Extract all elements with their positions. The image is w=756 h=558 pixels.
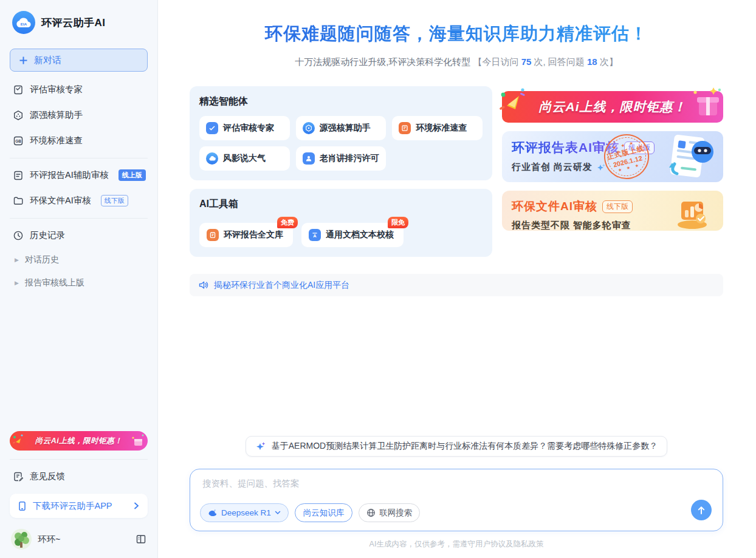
sidebar-item-standard-search[interactable]: GB 环境标准速查 [10,132,148,149]
send-button[interactable] [691,500,712,520]
sidebar: EIA 环评云助手AI 新对话 评估审核专家 源强 [0,0,158,558]
tool-text-check-button[interactable]: A 通用文档文本校核 限免 [301,223,404,247]
stamp-line1: 正式版上线 [606,144,645,162]
sparkle-icon [596,163,606,172]
tool-row: 环评报告全文库 免费 A 通用文档文本校核 限免 [199,223,483,247]
agent-label: 源强核算助手 [320,123,371,134]
sparkle-icon [255,441,266,452]
tool-label: 通用文档文本校核 [326,230,394,240]
agent-label: 评估审核专家 [223,123,274,134]
web-search-label: 联网搜索 [379,508,412,519]
hexagon-icon [303,122,315,134]
hexagon-icon [12,110,24,121]
history-section-title: 历史记录 [10,227,148,243]
chevron-down-icon [275,511,281,515]
avatar[interactable] [11,529,32,549]
clipboard-check-icon [206,122,218,134]
history-item-label: 对话历史 [25,254,59,265]
new-chat-button[interactable]: 新对话 [10,49,148,72]
sidebar-item-eval-expert[interactable]: 评估审核专家 [10,81,148,98]
divider [10,459,148,460]
agent-label: 老肖讲排污许可 [320,153,379,164]
banner-title: 环评报告表AI审核 [512,139,619,156]
folder-icon [12,196,24,206]
collapse-sidebar-icon[interactable] [136,534,146,545]
download-app-button[interactable]: 下载环评云助手APP [10,494,148,518]
composer: Deepseek R1 尚云知识库 联网搜索 [190,469,723,531]
agent-standard-search-button[interactable]: 环境标准速查 [392,116,483,140]
username: 环环~ [38,534,60,545]
svg-text:A: A [313,233,317,239]
history-title-label: 历史记录 [30,230,65,241]
file-review-banner[interactable]: 环保文件AI审核 线下版 报告类型不限 智能多轮审查 [502,191,723,231]
feedback-button[interactable]: 意见反馈 [10,468,148,485]
app-title: 环评云助手AI [41,16,106,30]
left-column: 精选智能体 评估审核专家 源强核算助手 [190,86,492,257]
disclaimer-text: AI生成内容，仅供参考，需遵守用户协议及隐私政策 [190,539,723,549]
sidebar-item-report-ai-review[interactable]: 环评报告AI辅助审核 线上版 [10,167,148,183]
sidebar-item-label: 环保文件AI审核 [30,195,91,206]
suggested-question-chip[interactable]: 基于AERMOD预测结果计算卫生防护距离时与行业标准法有何本质差异？需要考虑哪些… [246,436,667,457]
ai-toolbox-section: AI工具箱 环评报告全文库 免费 A 通用文档文本校核 限 [190,189,492,257]
person-icon [303,152,315,165]
history-item-report-review[interactable]: ▶ 报告审核线上版 [10,276,148,290]
promo-text: 尚云Ai上线，限时钜惠！ [35,436,123,446]
visit-count: 75 [521,56,532,67]
phone-icon [17,501,27,511]
promo-banner[interactable]: 尚云Ai上线，限时钜惠！ [502,91,723,123]
answer-count: 18 [587,56,597,67]
clipboard-icon [207,229,219,241]
cloud-icon [206,152,218,165]
svg-text:GB: GB [15,139,21,143]
agent-eval-expert-button[interactable]: 评估审核专家 [199,116,290,140]
knowledge-base-label: 尚云知识库 [303,508,345,519]
agent-permit-button[interactable]: 老肖讲排污许可 [296,146,387,171]
agent-atmosphere-button[interactable]: 风影说大气 [199,146,290,171]
sidebar-item-label: 评估审核专家 [30,84,83,95]
gb-standard-icon: GB [12,135,24,146]
text-check-icon: A [309,229,321,241]
divider [10,158,148,158]
agent-label: 风影说大气 [223,153,266,164]
announcement-bar[interactable]: 揭秘环保行业首个商业化AI应用平台 [190,274,723,296]
page-title: 环保难题随问随答，海量知识库助力精准评估！ [190,22,723,46]
bottom-stack: 基于AERMOD预测结果计算卫生防护距离时与行业标准法有何本质差异？需要考虑哪些… [190,436,723,549]
user-row: 环环~ [11,529,146,549]
feedback-label: 意见反馈 [30,471,65,482]
app-logo: EIA 环评云助手AI [10,11,148,34]
tool-label: 环评报告全文库 [224,230,283,240]
standards-book-icon [399,122,411,134]
knowledge-base-toggle[interactable]: 尚云知识库 [295,503,353,522]
section-title: 精选智能体 [199,95,483,108]
download-app-label: 下载环评云助手APP [33,500,112,512]
new-chat-label: 新对话 [34,55,61,66]
model-label: Deepseek R1 [221,508,271,517]
chat-input[interactable] [202,478,680,503]
section-title: AI工具箱 [199,198,483,211]
gift-icon [688,84,726,126]
banner-subtitle: 行业首创 尚云研发 [512,162,593,173]
confetti-icon [12,434,26,450]
report-form-review-banner[interactable]: 环评报告表AI审核 线上版 行业首创 尚云研发 ★ ★ ★ 正式版上线 2026… [502,131,723,182]
triangle-right-icon: ▶ [15,281,19,286]
triangle-right-icon: ▶ [15,257,19,263]
model-selector[interactable]: Deepseek R1 [200,503,289,522]
agent-grid: 评估审核专家 源强核算助手 环境标准速查 [199,116,483,171]
divider [10,218,148,219]
sidebar-nav: 评估审核专家 源强核算助手 GB 环境标准速查 [10,81,148,158]
svg-text:EIA: EIA [21,22,27,26]
suggested-question-text: 基于AERMOD预测结果计算卫生防护距离时与行业标准法有何本质差异？需要考虑哪些… [272,441,658,452]
tool-report-library-button[interactable]: 环评报告全文库 免费 [199,223,293,247]
main-content: 环保难题随问随答，海量知识库助力精准评估！ 十万法规驱动行业升级,环评决策科学化… [158,0,756,558]
app-logo-icon: EIA [12,11,35,34]
web-search-toggle[interactable]: 联网搜索 [359,503,420,522]
sidebar-item-file-ai-review[interactable]: 环保文件AI审核 线下版 [10,192,148,209]
sidebar-promo-banner[interactable]: 尚云Ai上线，限时钜惠！ [10,431,148,451]
agent-label: 环境标准速查 [416,123,467,134]
history-item-chat[interactable]: ▶ 对话历史 [10,253,148,267]
announcement-text: 揭秘环保行业首个商业化AI应用平台 [214,280,349,291]
free-badge: 免费 [277,217,298,228]
sidebar-item-source-calc[interactable]: 源强核算助手 [10,107,148,123]
agent-source-calc-button[interactable]: 源强核算助手 [296,116,387,140]
stamp-line2: 2026.1.12 [613,154,643,168]
